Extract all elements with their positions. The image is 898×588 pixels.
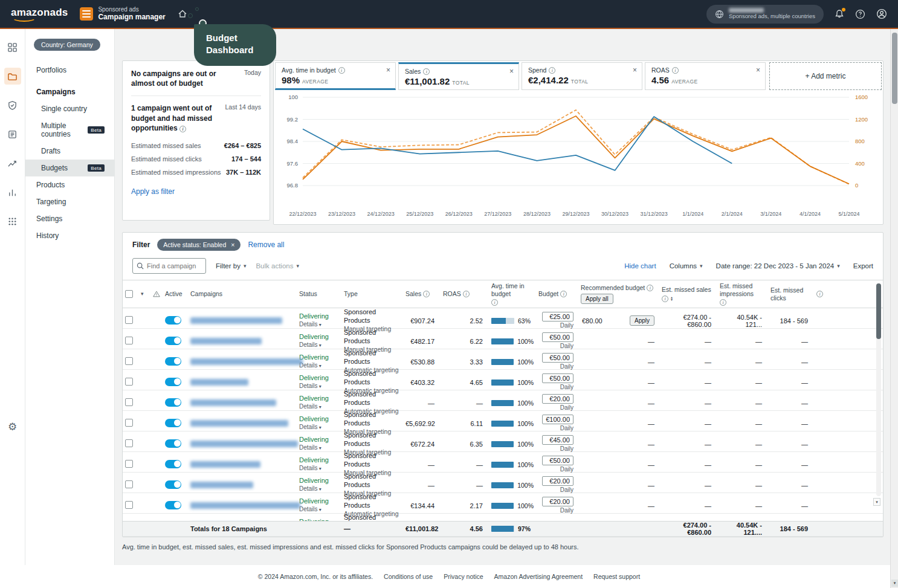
select-options-icon[interactable] xyxy=(141,291,144,297)
roas-column-header[interactable]: ROAS xyxy=(441,288,489,300)
row-checkbox[interactable] xyxy=(125,337,133,344)
table-scroll-down-icon[interactable] xyxy=(873,498,880,506)
remove-metric-icon[interactable] xyxy=(386,66,390,74)
dashboard-grid-icon[interactable] xyxy=(4,39,21,56)
active-toggle[interactable] xyxy=(165,398,181,407)
est-missed-sales-column-header[interactable]: Est. missed sales▴▾ xyxy=(659,284,717,304)
notifications-bell-icon[interactable] xyxy=(835,9,844,19)
columns-dropdown[interactable]: Columns xyxy=(670,262,703,270)
campaign-name-redacted[interactable] xyxy=(190,461,260,468)
budget-column-header[interactable]: Budget xyxy=(536,288,578,300)
details-expander[interactable]: Details xyxy=(299,341,339,349)
sidebar-item-products[interactable]: Products xyxy=(25,176,114,193)
sidebar-item-single-country[interactable]: Single country xyxy=(25,100,114,117)
row-checkbox[interactable] xyxy=(125,419,133,427)
amazon-ads-logo[interactable]: amazonads xyxy=(11,7,68,21)
footer-link-conditions-of-use[interactable]: Conditions of use xyxy=(384,573,433,580)
remove-all-filters-link[interactable]: Remove all xyxy=(248,241,284,249)
row-checkbox[interactable] xyxy=(125,439,133,447)
row-checkbox[interactable] xyxy=(125,398,133,406)
apps-grid-icon[interactable] xyxy=(4,213,21,230)
brand-shield-icon[interactable] xyxy=(4,97,21,114)
metric-card-spend[interactable]: Spend €2,414.22TOTAL xyxy=(522,62,642,90)
metric-card-sales[interactable]: Sales €11,001.82TOTAL xyxy=(398,62,519,90)
campaign-name-redacted[interactable] xyxy=(190,399,276,406)
apply-recommended-budget-button[interactable]: Apply xyxy=(630,315,654,326)
campaigns-folder-icon[interactable] xyxy=(4,68,21,85)
details-expander[interactable]: Details xyxy=(299,444,339,452)
row-checkbox[interactable] xyxy=(125,480,133,488)
budget-input[interactable]: €20.00 xyxy=(542,394,573,404)
select-all-checkbox[interactable] xyxy=(125,290,133,298)
active-status-filter-pill[interactable]: Active status: Enabled xyxy=(157,239,241,251)
row-checkbox[interactable] xyxy=(125,378,133,386)
campaign-name-redacted[interactable] xyxy=(190,338,262,344)
active-toggle[interactable] xyxy=(165,357,181,366)
remove-metric-icon[interactable] xyxy=(756,66,760,74)
sort-icon[interactable]: ▴▾ xyxy=(671,296,673,301)
search-input[interactable] xyxy=(147,262,199,270)
growth-trend-icon[interactable] xyxy=(4,155,21,172)
remove-metric-icon[interactable] xyxy=(633,66,637,74)
library-icon[interactable] xyxy=(4,126,21,143)
est-missed-clicks-column-header[interactable]: Est. missed clicks xyxy=(768,285,814,303)
sidebar-item-drafts[interactable]: Drafts xyxy=(25,143,114,160)
budget-input[interactable]: €50.00 xyxy=(542,373,573,383)
details-expander[interactable]: Details xyxy=(299,362,339,370)
campaign-name-redacted[interactable] xyxy=(190,358,303,365)
row-checkbox[interactable] xyxy=(125,501,133,509)
footer-link-privacy-notice[interactable]: Privacy notice xyxy=(444,573,483,580)
remove-metric-icon[interactable] xyxy=(509,67,514,76)
sidebar-item-targeting[interactable]: Targeting xyxy=(25,193,114,210)
metric-card-roas[interactable]: ROAS 4.56AVERAGE xyxy=(645,62,766,90)
campaign-name-redacted[interactable] xyxy=(190,482,253,488)
budget-input[interactable]: €45.00 xyxy=(542,435,573,445)
table-scrollbar[interactable] xyxy=(876,283,881,496)
details-expander[interactable]: Details xyxy=(299,506,339,514)
details-expander[interactable]: Details xyxy=(299,465,339,473)
campaign-name-redacted[interactable] xyxy=(190,420,288,427)
active-toggle[interactable] xyxy=(165,337,181,345)
export-button[interactable]: Export xyxy=(853,262,873,270)
campaign-search[interactable] xyxy=(132,258,206,274)
sales-column-header[interactable]: Sales xyxy=(403,288,441,300)
active-toggle[interactable] xyxy=(165,501,181,509)
bulk-actions-dropdown[interactable]: Bulk actions xyxy=(256,262,299,270)
footer-link-request-support[interactable]: Request support xyxy=(593,573,640,580)
sidebar-item-history[interactable]: History xyxy=(25,227,114,244)
campaign-name-redacted[interactable] xyxy=(190,502,300,509)
sidebar-item-settings[interactable]: Settings xyxy=(25,210,114,227)
reports-bars-icon[interactable] xyxy=(4,184,21,201)
hide-chart-link[interactable]: Hide chart xyxy=(624,262,656,270)
budget-input[interactable]: €50.00 xyxy=(542,332,573,342)
settings-gear-icon[interactable] xyxy=(8,421,17,433)
date-range-dropdown[interactable]: Date range: 22 Dec 2023 - 5 Jan 2024 xyxy=(716,262,840,270)
details-expander[interactable]: Details xyxy=(299,403,339,411)
row-checkbox[interactable] xyxy=(125,460,133,468)
account-selector[interactable]: Sponsored ads, multiple countries xyxy=(706,5,824,24)
filter-by-dropdown[interactable]: Filter by xyxy=(216,262,246,270)
page-scrollbar-thumb[interactable] xyxy=(892,33,897,104)
budget-input[interactable]: €20.00 xyxy=(542,497,573,506)
campaigns-column-header[interactable]: Campaigns xyxy=(188,288,297,300)
active-toggle[interactable] xyxy=(165,316,181,325)
app-switcher[interactable]: Sponsored ads Campaign manager xyxy=(80,6,165,21)
sidebar-item-multiple-countries[interactable]: Multiple countriesBeta xyxy=(25,117,114,143)
remove-filter-icon[interactable] xyxy=(231,241,234,248)
est-missed-impressions-column-header[interactable]: Est. missed impressions xyxy=(717,280,768,308)
active-toggle[interactable] xyxy=(165,439,181,448)
account-avatar-icon[interactable] xyxy=(876,8,887,19)
sidebar-item-portfolios[interactable]: Portfolios xyxy=(25,62,114,79)
active-toggle[interactable] xyxy=(165,419,181,427)
active-toggle[interactable] xyxy=(165,378,181,386)
active-toggle[interactable] xyxy=(165,460,181,468)
details-expander[interactable]: Details xyxy=(299,485,339,493)
footer-link-amazon-advertising-agreement[interactable]: Amazon Advertising Agreement xyxy=(494,573,583,580)
budget-input[interactable]: €50.00 xyxy=(542,353,573,363)
budget-input[interactable]: €20.00 xyxy=(542,476,573,486)
page-scrollbar[interactable] xyxy=(890,29,898,588)
country-filter-pill[interactable]: Country: Germany xyxy=(34,39,100,51)
apply-all-button[interactable]: Apply all xyxy=(581,294,613,304)
metric-card-avg-time-in-budget[interactable]: Avg. time in budget 98%AVERAGE xyxy=(275,62,396,90)
apply-as-filter-link[interactable]: Apply as filter xyxy=(131,187,175,196)
